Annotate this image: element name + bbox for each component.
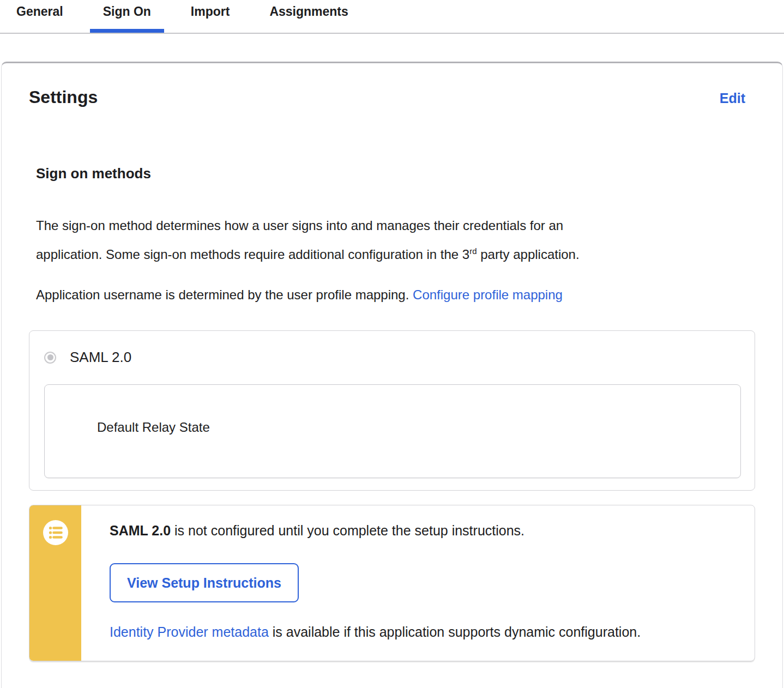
saml-radio-label: SAML 2.0	[70, 349, 131, 366]
profile-mapping-text: Application username is determined by th…	[36, 287, 413, 302]
default-relay-state-panel: Default Relay State	[44, 384, 741, 478]
description-line-2-end: party application.	[477, 247, 580, 262]
callout-message-rest: is not configured until you complete the…	[171, 523, 524, 538]
tab-import[interactable]: Import	[178, 0, 243, 33]
view-setup-instructions-button[interactable]: View Setup Instructions	[110, 563, 299, 602]
metadata-line: Identity Provider metadata is available …	[110, 624, 733, 640]
app-tabs: General Sign On Import Assignments	[0, 0, 784, 34]
callout-warning-stripe	[29, 505, 81, 661]
callout-message: SAML 2.0 is not configured until you com…	[110, 522, 733, 539]
sign-on-methods-heading: Sign on methods	[36, 165, 755, 182]
configure-profile-mapping-link[interactable]: Configure profile mapping	[413, 287, 563, 302]
settings-card-header: Settings Edit	[29, 63, 755, 107]
ordinal-superscript: rd	[469, 246, 477, 256]
callout-message-strong: SAML 2.0	[110, 523, 171, 538]
list-icon	[43, 520, 68, 545]
description-line-1: The sign-on method determines how a user…	[36, 218, 563, 233]
callout-body: SAML 2.0 is not configured until you com…	[81, 505, 755, 661]
tab-assignments[interactable]: Assignments	[256, 0, 361, 33]
saml-setup-callout: SAML 2.0 is not configured until you com…	[29, 505, 755, 661]
tab-sign-on[interactable]: Sign On	[90, 0, 164, 33]
default-relay-state-label: Default Relay State	[97, 420, 210, 434]
saml-radio-row: SAML 2.0	[44, 349, 741, 366]
saml-radio-button[interactable]	[44, 352, 56, 364]
saml-method-box: SAML 2.0 Default Relay State	[29, 330, 755, 491]
edit-link[interactable]: Edit	[720, 90, 745, 106]
radio-selected-dot	[47, 354, 53, 360]
page-title: Settings	[29, 87, 98, 107]
profile-mapping-line: Application username is determined by th…	[36, 282, 755, 307]
metadata-line-rest: is available if this application support…	[269, 624, 641, 639]
identity-provider-metadata-link[interactable]: Identity Provider metadata	[110, 624, 269, 639]
settings-card: Settings Edit Sign on methods The sign-o…	[1, 62, 783, 688]
description-line-2: application. Some sign-on methods requir…	[36, 247, 469, 262]
tab-general[interactable]: General	[3, 0, 76, 33]
sign-on-description: The sign-on method determines how a user…	[36, 213, 755, 267]
